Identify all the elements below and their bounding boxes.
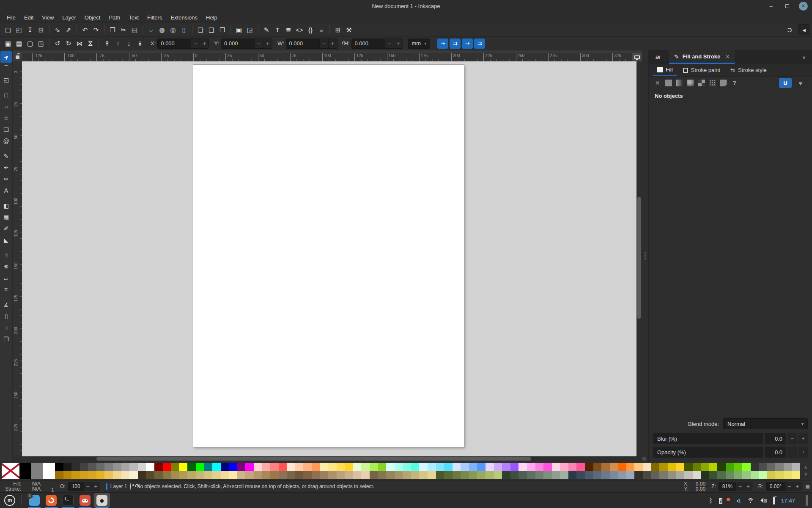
palette-swatch[interactable] (759, 471, 767, 479)
export-button[interactable]: ⇗ (63, 24, 74, 35)
palette-swatch[interactable] (693, 471, 701, 479)
box3d-tool[interactable]: ❏ (0, 124, 12, 135)
palette-swatch[interactable] (187, 471, 196, 479)
duplicate-button[interactable]: ❏ (195, 24, 206, 35)
fill-rule-even-odd-button[interactable]: ∪ (779, 78, 792, 88)
palette-swatch[interactable] (146, 471, 154, 479)
palette-swatch[interactable] (337, 471, 345, 479)
new-document-button[interactable]: ▢ (3, 24, 14, 35)
palette-swatch[interactable] (179, 471, 188, 479)
mesh-tool[interactable]: ▦ (0, 211, 12, 223)
document-page[interactable] (193, 65, 464, 447)
palette-swatch[interactable] (212, 463, 221, 471)
document-properties-button[interactable]: ⊞ (332, 24, 343, 35)
pattern-button[interactable] (698, 80, 705, 87)
taskbar-app-firefox[interactable] (43, 493, 59, 508)
palette-swatch[interactable] (320, 463, 329, 471)
x-increment-button[interactable]: + (200, 39, 208, 49)
palette-swatch[interactable] (245, 471, 254, 479)
tweak-tool[interactable]: ☝ (0, 249, 12, 261)
width-decrement-button[interactable]: − (319, 39, 328, 49)
palette-swatch[interactable] (287, 471, 295, 479)
palette-swatch[interactable] (486, 463, 494, 471)
palette-swatch[interactable] (221, 471, 229, 479)
print-button[interactable]: ⊟ (36, 24, 47, 35)
palette-swatch[interactable] (601, 463, 610, 471)
palette-swatch[interactable] (254, 463, 262, 471)
lower-button[interactable]: ↓ (123, 38, 134, 49)
palette-swatch[interactable] (626, 471, 635, 479)
units-dropdown[interactable]: mm ▾ (408, 39, 431, 49)
palette-swatch[interactable] (502, 471, 510, 479)
palette-swatch[interactable] (386, 463, 395, 471)
menu-view[interactable]: View (38, 13, 58, 22)
palette-swatch[interactable] (279, 463, 287, 471)
palette-swatch[interactable] (204, 471, 212, 479)
redo-button[interactable]: ↷ (91, 24, 102, 35)
palette-scroll-down-button[interactable]: ∨ (804, 471, 807, 477)
palette-swatch[interactable] (469, 463, 477, 471)
palette-swatch[interactable] (262, 463, 270, 471)
palette-swatch[interactable] (543, 463, 552, 471)
palette-swatch[interactable] (634, 463, 643, 471)
palette-swatch[interactable] (643, 463, 651, 471)
palette-swatch[interactable] (312, 463, 320, 471)
palette-swatch[interactable] (353, 471, 362, 479)
no-color-swatch[interactable] (2, 463, 19, 479)
palette-swatch[interactable] (395, 463, 403, 471)
palette-swatch[interactable] (337, 463, 345, 471)
palette-swatch[interactable] (742, 471, 751, 479)
tab-fill[interactable]: Fill (653, 64, 677, 76)
height-decrement-button[interactable]: − (385, 39, 394, 49)
opacity-increment-button[interactable]: + (92, 482, 100, 491)
palette-swatch[interactable] (361, 463, 370, 471)
palette-swatch[interactable] (395, 471, 403, 479)
spray-tool[interactable]: ✵ (0, 261, 12, 272)
palette-swatch[interactable] (477, 463, 486, 471)
palette-swatch[interactable] (419, 471, 428, 479)
clipboard-icon[interactable]: ! (719, 497, 722, 504)
pages-tool[interactable]: ❐ (0, 333, 12, 345)
scale-corners-toggle[interactable]: ⇉ (450, 39, 461, 49)
bluetooth-icon[interactable]: ᛒ (709, 497, 713, 504)
mesh-gradient-button[interactable] (709, 80, 716, 87)
rotate-cw-button[interactable]: ↻ (63, 38, 74, 49)
menu-extensions[interactable]: Extensions (166, 13, 202, 22)
palette-swatch[interactable] (80, 471, 88, 479)
height-increment-button[interactable]: + (394, 39, 403, 49)
palette-swatch[interactable] (104, 471, 113, 479)
gradient-tool[interactable]: ◧ (0, 200, 12, 211)
menu-path[interactable]: Path (104, 13, 124, 22)
paste-button[interactable]: ▤ (129, 24, 140, 35)
palette-swatch[interactable] (171, 471, 179, 479)
palette-swatch[interactable] (378, 471, 387, 479)
palette-swatch[interactable] (784, 463, 792, 471)
radial-gradient-button[interactable] (687, 80, 694, 87)
taskbar-app-inkscape[interactable]: ◆ (94, 493, 110, 508)
snap-toggle-button[interactable]: Ɔ (784, 24, 795, 35)
opacity-decrement-button[interactable]: − (84, 482, 92, 491)
dropper-tool[interactable]: ✐ (0, 223, 12, 234)
palette-swatch[interactable] (494, 471, 502, 479)
stroke-width-value[interactable]: 1 (43, 487, 54, 492)
palette-swatch[interactable] (71, 463, 80, 471)
zoom-page-button[interactable]: ◎ (167, 24, 178, 35)
palette-swatch[interactable] (104, 463, 113, 471)
text-dialog-button[interactable]: T (272, 24, 283, 35)
palette-swatch[interactable] (428, 471, 436, 479)
width-input[interactable] (286, 40, 319, 47)
palette-swatch[interactable] (237, 463, 246, 471)
palette-swatch[interactable] (610, 463, 618, 471)
palette-swatch[interactable] (163, 463, 171, 471)
palette-swatch[interactable] (494, 463, 502, 471)
tab-stroke-style[interactable]: ⇆ Stroke style (726, 64, 771, 76)
palette-swatch[interactable] (453, 471, 461, 479)
palette-swatch[interactable] (461, 471, 469, 479)
palette-swatch[interactable] (751, 471, 759, 479)
palette-swatch[interactable] (436, 463, 444, 471)
palette-swatch[interactable] (171, 463, 179, 471)
palette-swatch[interactable] (262, 471, 270, 479)
shape-builder-tool[interactable]: ◱ (0, 74, 12, 86)
mint-menu-button[interactable]: m (3, 494, 17, 507)
palette-swatch[interactable] (792, 463, 800, 471)
